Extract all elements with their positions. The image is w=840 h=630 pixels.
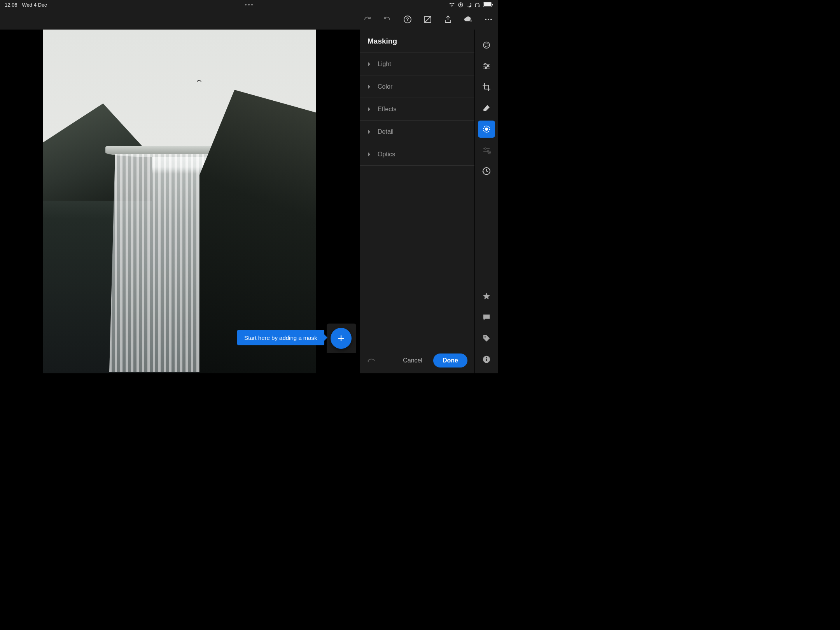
svg-point-11 bbox=[483, 42, 490, 48]
cancel-button[interactable]: Cancel bbox=[403, 357, 422, 364]
top-toolbar: ? bbox=[0, 9, 498, 30]
comments-button[interactable] bbox=[478, 309, 495, 326]
help-button[interactable]: ? bbox=[403, 15, 412, 24]
chevron-right-icon bbox=[368, 152, 371, 157]
chevron-right-icon bbox=[368, 130, 371, 134]
svg-rect-5 bbox=[492, 4, 493, 5]
panel-section-light[interactable]: Light bbox=[360, 53, 474, 75]
svg-point-12 bbox=[485, 44, 488, 47]
add-mask-tooltip: Start here by adding a mask bbox=[237, 330, 324, 345]
orientation-lock-icon bbox=[458, 2, 463, 7]
panel-section-label: Light bbox=[378, 61, 391, 68]
add-mask-button[interactable]: + bbox=[331, 328, 352, 349]
moon-icon bbox=[466, 2, 471, 7]
status-date: Wed 4 Dec bbox=[22, 2, 47, 8]
redo-button[interactable] bbox=[362, 15, 372, 24]
cloud-sync-button[interactable] bbox=[464, 15, 473, 24]
panel-section-color[interactable]: Color bbox=[360, 75, 474, 98]
chevron-right-icon bbox=[368, 84, 371, 89]
bird-shape bbox=[197, 79, 201, 82]
panel-section-label: Effects bbox=[378, 106, 397, 113]
status-icons bbox=[449, 2, 493, 7]
more-button[interactable] bbox=[484, 15, 493, 24]
tooltip-text: Start here by adding a mask bbox=[244, 334, 317, 341]
panel-section-effects[interactable]: Effects bbox=[360, 98, 474, 121]
panel-section-label: Detail bbox=[378, 128, 394, 135]
svg-point-18 bbox=[485, 67, 487, 69]
svg-point-14 bbox=[485, 63, 486, 65]
svg-rect-29 bbox=[486, 359, 487, 361]
rating-button[interactable] bbox=[478, 288, 495, 305]
svg-rect-4 bbox=[484, 3, 491, 6]
image-canvas[interactable]: Start here by adding a mask + bbox=[0, 30, 359, 373]
headphones-icon bbox=[474, 2, 480, 7]
versions-tool[interactable] bbox=[478, 163, 495, 180]
info-button[interactable] bbox=[478, 351, 495, 368]
crop-tool[interactable] bbox=[478, 79, 495, 96]
panel-section-label: Color bbox=[378, 83, 392, 90]
reset-button[interactable] bbox=[367, 357, 376, 364]
adjust-tool[interactable] bbox=[478, 58, 495, 75]
panel-title: Masking bbox=[360, 30, 474, 53]
presets-tool[interactable] bbox=[478, 142, 495, 159]
chevron-right-icon bbox=[368, 107, 371, 112]
svg-point-20 bbox=[485, 128, 488, 131]
chevron-right-icon bbox=[368, 62, 371, 66]
plus-icon: + bbox=[338, 332, 345, 345]
edit-panel: Masking Light Color Effects Detail Optic… bbox=[359, 30, 474, 373]
panel-footer: Cancel Done bbox=[360, 348, 474, 373]
tool-rail bbox=[474, 30, 498, 373]
undo-button[interactable] bbox=[383, 15, 392, 24]
share-button[interactable] bbox=[443, 15, 453, 24]
svg-rect-2 bbox=[479, 5, 480, 7]
svg-point-16 bbox=[487, 65, 489, 67]
multitask-indicator[interactable] bbox=[245, 4, 253, 5]
svg-text:?: ? bbox=[406, 17, 409, 22]
svg-point-27 bbox=[484, 336, 485, 338]
panel-section-detail[interactable]: Detail bbox=[360, 121, 474, 143]
status-bar: 12.06 Wed 4 Dec bbox=[0, 0, 498, 9]
panel-section-label: Optics bbox=[378, 151, 395, 158]
eraser-tool[interactable] bbox=[478, 100, 495, 117]
compare-button[interactable] bbox=[423, 15, 432, 24]
wifi-icon bbox=[449, 2, 455, 7]
svg-point-22 bbox=[485, 148, 486, 149]
photo-preview bbox=[43, 30, 316, 373]
status-time: 12.06 bbox=[5, 2, 18, 8]
svg-rect-1 bbox=[475, 5, 476, 7]
panel-section-optics[interactable]: Optics bbox=[360, 143, 474, 166]
done-button[interactable]: Done bbox=[433, 354, 467, 368]
keywords-button[interactable] bbox=[478, 330, 495, 347]
healing-tool[interactable] bbox=[478, 37, 495, 54]
masking-tool[interactable] bbox=[478, 121, 495, 138]
svg-point-30 bbox=[486, 357, 487, 358]
battery-icon bbox=[483, 2, 493, 7]
svg-line-9 bbox=[425, 16, 431, 23]
